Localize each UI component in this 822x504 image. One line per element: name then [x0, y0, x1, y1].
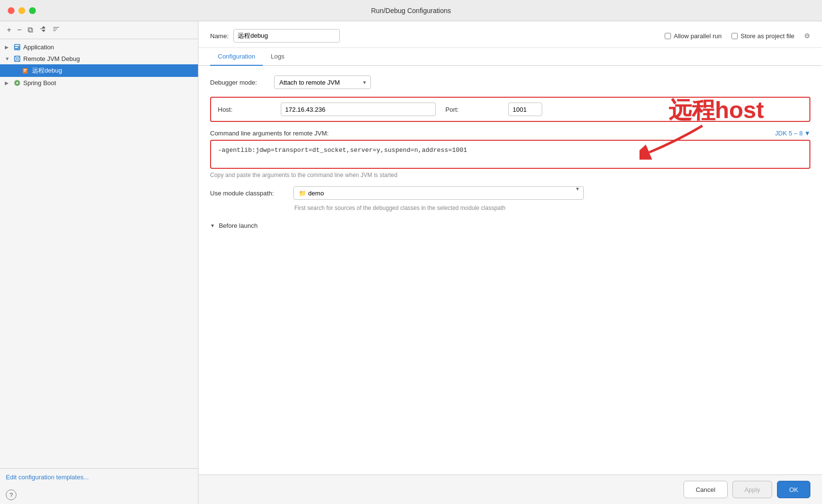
svg-point-5	[16, 58, 18, 59]
debug-item-icon	[22, 67, 30, 74]
host-row: Host:	[218, 103, 436, 116]
sidebar-item-remote-jvm-label: Remote JVM Debug	[23, 55, 80, 62]
tab-configuration[interactable]: Configuration	[210, 48, 263, 66]
tabs-row: Configuration Logs	[198, 48, 822, 66]
name-input[interactable]	[233, 29, 340, 43]
chevron-icon: ▶	[5, 44, 11, 50]
content-header: Name: Allow parallel run Store as projec…	[198, 21, 822, 48]
sidebar-help-row: ?	[0, 486, 198, 504]
port-row: Port:	[445, 103, 542, 116]
content-area: Name: Allow parallel run Store as projec…	[198, 21, 822, 504]
sidebar: + − ⧉ ▶	[0, 21, 198, 504]
sidebar-item-spring-boot[interactable]: ▶ Spring Boot	[0, 77, 198, 89]
ok-button[interactable]: OK	[777, 481, 810, 498]
sidebar-toolbar: + − ⧉	[0, 21, 198, 39]
sidebar-item-yuancheng-debug[interactable]: 远程debug	[0, 64, 198, 77]
svg-rect-2	[15, 47, 18, 48]
jdk-chevron-icon: ▼	[804, 130, 810, 137]
svg-rect-1	[15, 45, 19, 46]
svg-rect-8	[24, 71, 26, 72]
sort-config-button[interactable]	[50, 24, 62, 36]
help-button[interactable]: ?	[6, 489, 16, 500]
tab-logs[interactable]: Logs	[263, 48, 292, 66]
host-input[interactable]	[281, 103, 436, 116]
minimize-button[interactable]	[18, 7, 25, 14]
chevron-icon: ▶	[5, 80, 11, 86]
name-row: Name:	[210, 29, 340, 43]
module-classpath-select[interactable]: 📁 demo	[293, 186, 584, 200]
debugger-mode-label: Debugger mode:	[210, 79, 268, 86]
module-select-wrapper: 📁 demo ▼	[293, 186, 584, 200]
host-port-section: Host: Port:	[210, 97, 810, 122]
debugger-mode-select-wrapper: Attach to remote JVM Listen to remote JV…	[274, 75, 371, 89]
sidebar-item-application-label: Application	[23, 44, 54, 51]
module-classpath-label: Use module classpath:	[210, 190, 288, 197]
apply-button[interactable]: Apply	[732, 481, 773, 498]
sidebar-bottom: Edit configuration templates...	[0, 468, 198, 486]
allow-parallel-run-checkbox[interactable]: Allow parallel run	[665, 32, 722, 40]
copy-config-button[interactable]: ⧉	[26, 25, 35, 35]
allow-parallel-run-label: Allow parallel run	[674, 32, 722, 40]
cmdline-label: Command line arguments for remote JVM:	[210, 130, 329, 137]
cmdline-hint: Copy and paste the arguments to the comm…	[210, 172, 810, 178]
port-input[interactable]	[508, 103, 542, 116]
sidebar-item-remote-jvm-group[interactable]: ▼ Remote JVM Debug	[0, 53, 198, 64]
sidebar-item-application[interactable]: ▶ Application	[0, 41, 198, 53]
edit-templates-link[interactable]: Edit configuration templates...	[6, 474, 89, 481]
cmdline-box[interactable]: -agentlib:jdwp=transport=dt_socket,serve…	[210, 140, 810, 169]
allow-parallel-run-input[interactable]	[665, 33, 671, 39]
before-launch-header[interactable]: ▼ Before launch	[210, 222, 810, 229]
before-launch-label: Before launch	[219, 222, 258, 229]
port-label: Port:	[445, 106, 503, 113]
chevron-icon	[14, 68, 19, 74]
bottom-bar: Cancel Apply OK	[198, 474, 822, 504]
main-layout: + − ⧉ ▶	[0, 21, 822, 504]
remove-config-button[interactable]: −	[15, 25, 23, 35]
sidebar-item-yuancheng-label: 远程debug	[32, 66, 62, 75]
window-title: Run/Debug Configurations	[371, 7, 451, 15]
application-icon	[13, 43, 21, 51]
maximize-button[interactable]	[29, 7, 36, 14]
jdk-link[interactable]: JDK 5 – 8 ▼	[775, 130, 810, 137]
store-as-project-file-checkbox[interactable]: Store as project file	[731, 32, 794, 40]
cmdline-header: Command line arguments for remote JVM: J…	[210, 130, 810, 137]
before-launch-section: ▼ Before launch	[210, 222, 810, 229]
move-config-button[interactable]	[37, 24, 48, 36]
chevron-icon: ▼	[5, 56, 11, 61]
title-bar: Run/Debug Configurations	[0, 0, 822, 21]
module-classpath-hint: First search for sources of the debugged…	[294, 204, 810, 212]
window-controls	[8, 7, 36, 14]
sidebar-tree: ▶ Application ▼	[0, 39, 198, 468]
add-config-button[interactable]: +	[5, 25, 13, 35]
remote-jvm-icon	[13, 55, 21, 62]
cancel-button[interactable]: Cancel	[684, 481, 727, 498]
name-label: Name:	[210, 32, 228, 40]
spring-boot-icon	[13, 79, 21, 87]
debugger-mode-row: Debugger mode: Attach to remote JVM List…	[210, 75, 810, 89]
store-as-project-file-input[interactable]	[731, 33, 738, 39]
checkboxes-row: Allow parallel run Store as project file…	[665, 32, 810, 40]
close-button[interactable]	[8, 7, 15, 14]
sidebar-item-spring-boot-label: Spring Boot	[23, 79, 56, 87]
store-as-project-file-label: Store as project file	[741, 32, 794, 40]
svg-rect-7	[24, 69, 27, 70]
collapse-icon: ▼	[210, 223, 215, 228]
config-content: 远程host Debugger mode: Attach to remot	[198, 66, 822, 474]
gear-icon[interactable]: ⚙	[804, 32, 810, 40]
module-classpath-row: Use module classpath: 📁 demo ▼	[210, 186, 810, 200]
debugger-mode-select[interactable]: Attach to remote JVM Listen to remote JV…	[274, 75, 371, 89]
cmdline-section: Command line arguments for remote JVM: J…	[210, 130, 810, 178]
host-label: Host:	[218, 106, 276, 113]
